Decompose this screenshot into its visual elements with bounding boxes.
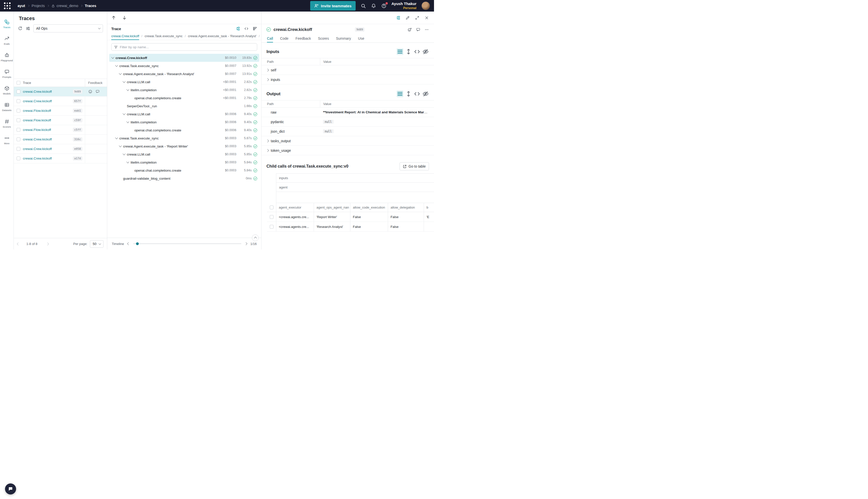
call-tree-row[interactable]: crewai.LLM.call $0.0003 5.85s: [109, 150, 259, 158]
child-call-row[interactable]: <crewai.agents.cre... 'Research Analyst'…: [267, 222, 434, 232]
breadcrumb-project[interactable]: crewai_demo: [51, 4, 78, 8]
column-settings-icon[interactable]: [26, 26, 30, 31]
code-json-icon[interactable]: [414, 90, 420, 97]
next-call-down-icon[interactable]: [122, 15, 127, 20]
sidebar-item-scorers[interactable]: Scorers: [0, 115, 14, 132]
sidebar-item-playground[interactable]: Playground: [0, 49, 14, 65]
output-row[interactable]: json_dict null: [261, 126, 434, 136]
detail-tab[interactable]: Feedback: [296, 34, 311, 42]
list-view-icon[interactable]: [397, 90, 404, 97]
call-tree-row[interactable]: crewai.Task.execute_sync $0.0007 13.92s: [109, 62, 259, 70]
table-row[interactable]: crewai.Crew.kickoff 657f: [14, 97, 107, 106]
hide-values-eye-icon[interactable]: [422, 90, 429, 97]
output-row[interactable]: token_usage: [261, 146, 434, 155]
expand-chevron-icon[interactable]: [266, 69, 269, 71]
expand-chevron-icon[interactable]: [119, 72, 122, 75]
op-name-filter[interactable]: [111, 43, 257, 51]
timeline-slider-handle[interactable]: [136, 242, 139, 245]
timeline-previous-icon[interactable]: [127, 242, 130, 245]
notifications-bell-icon[interactable]: [371, 3, 376, 9]
per-page-select[interactable]: 50: [90, 240, 103, 248]
tree-view-icon[interactable]: [236, 26, 240, 31]
column-header[interactable]: b: [424, 203, 434, 212]
edit-pencil-icon[interactable]: [405, 15, 410, 20]
call-tree-row[interactable]: litellm.completion <$0.0001 2.82s: [109, 86, 259, 94]
table-row[interactable]: crewai.Crew.kickoff a17d: [14, 154, 107, 163]
trace-op-link[interactable]: crewai.Flow.kickoff: [23, 118, 51, 122]
call-tree-row[interactable]: SerperDevTool._run 1.66s: [109, 102, 259, 110]
sidebar-item-prompts[interactable]: Prompts: [0, 65, 14, 82]
previous-call-up-icon[interactable]: [111, 15, 116, 20]
call-tree-row[interactable]: crewai.Agent.execute_task - 'Report Writ…: [109, 142, 259, 150]
stack-breadcrumb-item[interactable]: crewai.Agent.execute_task - 'Research An…: [188, 32, 257, 40]
previous-page-icon[interactable]: [17, 242, 20, 245]
call-tree-row[interactable]: litellm.completion $0.0006 9.40s: [109, 118, 259, 126]
expand-chevron-icon[interactable]: [123, 80, 125, 83]
trace-op-link[interactable]: crewai.Crew.kickoff: [23, 147, 52, 151]
user-menu[interactable]: Ayush Thakur Personal: [392, 1, 417, 10]
call-tree-row[interactable]: crewai.LLM.call <$0.0001 2.82s: [109, 78, 259, 86]
row-checkbox[interactable]: [16, 109, 20, 112]
stack-breadcrumb-item[interactable]: crewai.Task.execute_sync: [145, 32, 183, 40]
call-tree-row[interactable]: openai.chat.completions.create $0.0006 9…: [109, 126, 259, 134]
expand-chevron-icon[interactable]: [123, 112, 125, 115]
trace-op-link[interactable]: crewai.Crew.kickoff: [23, 99, 52, 103]
row-checkbox[interactable]: [270, 215, 273, 219]
comment-bubble-icon[interactable]: [96, 89, 100, 94]
timeline-slider[interactable]: [133, 243, 241, 244]
call-tree-row[interactable]: openai.chat.completions.create $0.0003 5…: [109, 166, 259, 174]
child-call-row[interactable]: <crewai.agents.cre... 'Report Writer' Fa…: [267, 212, 434, 222]
select-all-checkbox[interactable]: [16, 81, 20, 85]
breadcrumb-projects[interactable]: Projects: [32, 4, 45, 8]
call-tree-row[interactable]: guardrail-validate_blog_content 0ms: [109, 174, 259, 182]
go-to-table-button[interactable]: Go to table: [400, 162, 429, 170]
close-icon[interactable]: [424, 15, 429, 20]
input-row[interactable]: self: [261, 65, 434, 75]
detail-tab[interactable]: Use: [358, 34, 364, 42]
row-checkbox[interactable]: [16, 128, 20, 132]
timeline-next-icon[interactable]: [244, 242, 247, 245]
table-row[interactable]: crewai.Flow.kickoff c5ff: [14, 125, 107, 135]
row-checkbox[interactable]: [16, 157, 20, 160]
next-page-icon[interactable]: [46, 242, 49, 245]
avatar[interactable]: [421, 1, 430, 10]
search-icon[interactable]: [361, 3, 366, 9]
call-tree-row[interactable]: crewai.Crew.kickoff $0.0010 19.83s: [109, 54, 259, 62]
detail-tab[interactable]: Code: [280, 34, 288, 42]
row-checkbox[interactable]: [16, 137, 20, 141]
reaction-smiley-icon[interactable]: [88, 89, 92, 94]
expand-chevron-icon[interactable]: [119, 144, 122, 147]
expand-chevron-icon[interactable]: [126, 160, 129, 163]
table-row[interactable]: crewai.Crew.kickoff e058: [14, 144, 107, 154]
code-json-icon[interactable]: [414, 48, 420, 55]
expand-chevron-icon[interactable]: [111, 56, 114, 59]
select-all-checkbox[interactable]: [270, 206, 273, 209]
list-view-icon[interactable]: [397, 48, 404, 55]
table-row[interactable]: crewai.Flow.kickoff c59f: [14, 115, 107, 125]
breadcrumb-entity[interactable]: ayut: [17, 4, 25, 8]
detail-tab[interactable]: Call: [267, 34, 273, 42]
column-header[interactable]: allow_code_execution: [350, 203, 388, 212]
sidebar-item-datasets[interactable]: Datasets: [0, 98, 14, 115]
call-tree-row[interactable]: crewai.LLM.call $0.0006 9.40s: [109, 110, 259, 118]
table-row[interactable]: crewai.Flow.kickoff eab1: [14, 106, 107, 115]
trace-op-link[interactable]: crewai.Crew.kickoff: [23, 90, 52, 94]
hide-values-eye-icon[interactable]: [422, 48, 429, 55]
trace-column-header[interactable]: Trace: [23, 79, 85, 87]
code-view-icon[interactable]: [244, 26, 249, 31]
table-row[interactable]: crewai.Crew.kickoff 9d89: [14, 87, 107, 97]
collapse-timeline-button[interactable]: [252, 234, 259, 241]
input-row[interactable]: inputs: [261, 75, 434, 84]
column-header[interactable]: agent_executor: [276, 203, 314, 212]
op-name-filter-input[interactable]: [120, 45, 255, 49]
overflow-menu-icon[interactable]: [424, 27, 429, 32]
comment-bubble-icon[interactable]: [416, 27, 420, 32]
expand-chevron-icon[interactable]: [126, 120, 129, 123]
call-tree-row[interactable]: openai.chat.completions.create <$0.0001 …: [109, 94, 259, 102]
expand-rows-icon[interactable]: [405, 90, 412, 97]
output-row[interactable]: pydantic null: [261, 117, 434, 126]
trace-op-link[interactable]: crewai.Crew.kickoff: [23, 157, 52, 160]
expand-chevron-icon[interactable]: [126, 88, 129, 91]
output-row[interactable]: tasks_output: [261, 136, 434, 146]
table-row[interactable]: crewai.Crew.kickoff 316c: [14, 135, 107, 144]
